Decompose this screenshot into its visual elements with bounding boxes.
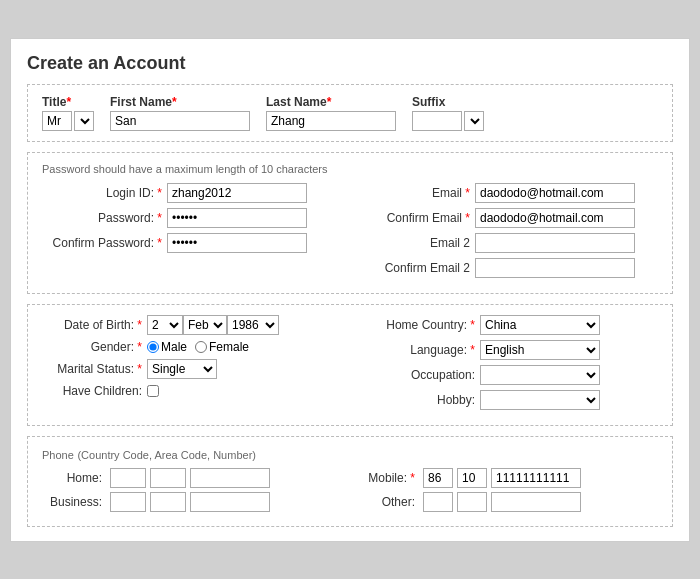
right-personal-col: Home Country: * China Language: * Englis… xyxy=(355,315,658,415)
mobile-number-input[interactable] xyxy=(491,468,581,488)
firstname-label: First Name* xyxy=(110,95,250,109)
firstname-field-group: First Name* xyxy=(110,95,250,131)
phone-title: Phone (Country Code, Area Code, Number) xyxy=(42,447,658,462)
children-label: Have Children: xyxy=(42,384,142,398)
children-row: Have Children: xyxy=(42,384,345,398)
home-phone-row: Home: xyxy=(42,468,340,488)
dob-month-select[interactable]: Feb xyxy=(183,315,227,335)
hobby-select[interactable] xyxy=(480,390,600,410)
personal-section: Date of Birth: * 2 Feb 1986 Gender: * Ma… xyxy=(27,304,673,426)
password-row: Password: * xyxy=(42,208,340,228)
confirm-email-label: Confirm Email * xyxy=(360,211,470,225)
other-cc-input[interactable] xyxy=(423,492,453,512)
title-field-group: Title* xyxy=(42,95,94,131)
suffix-select[interactable] xyxy=(464,111,484,131)
suffix-field-group: Suffix xyxy=(412,95,484,131)
home-country-label: Home Country: * xyxy=(355,318,475,332)
hobby-row: Hobby: xyxy=(355,390,658,410)
language-select[interactable]: English xyxy=(480,340,600,360)
home-number-input[interactable] xyxy=(190,468,270,488)
confirm-email2-input[interactable] xyxy=(475,258,635,278)
business-area-input[interactable] xyxy=(150,492,186,512)
occupation-row: Occupation: xyxy=(355,365,658,385)
home-country-select[interactable]: China xyxy=(480,315,600,335)
left-personal-col: Date of Birth: * 2 Feb 1986 Gender: * Ma… xyxy=(42,315,345,415)
confirm-email2-label: Confirm Email 2 xyxy=(360,261,470,275)
marital-label: Marital Status: * xyxy=(42,362,142,376)
occupation-select[interactable] xyxy=(480,365,600,385)
gender-male-radio[interactable] xyxy=(147,341,159,353)
other-area-input[interactable] xyxy=(457,492,487,512)
confirm-password-label: Confirm Password: * xyxy=(42,236,162,250)
lastname-label: Last Name* xyxy=(266,95,396,109)
password-note: Password should have a maximum length of… xyxy=(42,163,658,175)
phone-section: Phone (Country Code, Area Code, Number) … xyxy=(27,436,673,527)
confirm-password-row: Confirm Password: * xyxy=(42,233,340,253)
gender-label: Gender: * xyxy=(42,340,142,354)
mobile-phone-label: Mobile: * xyxy=(360,471,415,485)
password-label: Password: * xyxy=(42,211,162,225)
business-number-input[interactable] xyxy=(190,492,270,512)
suffix-label: Suffix xyxy=(412,95,484,109)
other-phone-row: Other: xyxy=(360,492,658,512)
email2-row: Email 2 xyxy=(360,233,658,253)
occupation-label: Occupation: xyxy=(355,368,475,382)
dob-row: Date of Birth: * 2 Feb 1986 xyxy=(42,315,345,335)
left-account-col: Login ID: * Password: * Confirm Password… xyxy=(42,183,340,283)
hobby-label: Hobby: xyxy=(355,393,475,407)
dob-label: Date of Birth: * xyxy=(42,318,142,332)
lastname-input[interactable] xyxy=(266,111,396,131)
other-phone-label: Other: xyxy=(360,495,415,509)
page-title: Create an Account xyxy=(27,53,673,74)
email2-input[interactable] xyxy=(475,233,635,253)
title-input[interactable] xyxy=(42,111,72,131)
business-phone-label: Business: xyxy=(42,495,102,509)
gender-male-label: Male xyxy=(161,340,187,354)
home-phone-label: Home: xyxy=(42,471,102,485)
login-id-row: Login ID: * xyxy=(42,183,340,203)
gender-row: Gender: * Male Female xyxy=(42,340,345,354)
gender-female-label: Female xyxy=(209,340,249,354)
dob-year-select[interactable]: 1986 xyxy=(227,315,279,335)
marital-select[interactable]: Single xyxy=(147,359,217,379)
phone-subtitle: (Country Code, Area Code, Number) xyxy=(77,449,256,461)
email-label: Email * xyxy=(360,186,470,200)
phone-right-col: Mobile: * Other: xyxy=(360,468,658,516)
email2-label: Email 2 xyxy=(360,236,470,250)
email-row: Email * xyxy=(360,183,658,203)
home-area-input[interactable] xyxy=(150,468,186,488)
mobile-phone-row: Mobile: * xyxy=(360,468,658,488)
title-label: Title* xyxy=(42,95,94,109)
lastname-field-group: Last Name* xyxy=(266,95,396,131)
language-label: Language: * xyxy=(355,343,475,357)
firstname-input[interactable] xyxy=(110,111,250,131)
dob-day-select[interactable]: 2 xyxy=(147,315,183,335)
mobile-cc-input[interactable] xyxy=(423,468,453,488)
mobile-area-input[interactable] xyxy=(457,468,487,488)
login-id-input[interactable] xyxy=(167,183,307,203)
email-input[interactable] xyxy=(475,183,635,203)
account-section: Password should have a maximum length of… xyxy=(27,152,673,294)
language-row: Language: * English xyxy=(355,340,658,360)
confirm-email-row: Confirm Email * xyxy=(360,208,658,228)
phone-left-col: Home: Business: xyxy=(42,468,340,516)
password-input[interactable] xyxy=(167,208,307,228)
confirm-password-input[interactable] xyxy=(167,233,307,253)
login-id-label: Login ID: * xyxy=(42,186,162,200)
confirm-email-input[interactable] xyxy=(475,208,635,228)
business-phone-row: Business: xyxy=(42,492,340,512)
children-checkbox[interactable] xyxy=(147,385,159,397)
confirm-email2-row: Confirm Email 2 xyxy=(360,258,658,278)
name-section: Title* First Name* Last Name* Suffix xyxy=(27,84,673,142)
right-account-col: Email * Confirm Email * Email 2 Confirm … xyxy=(360,183,658,283)
home-country-row: Home Country: * China xyxy=(355,315,658,335)
suffix-input[interactable] xyxy=(412,111,462,131)
other-number-input[interactable] xyxy=(491,492,581,512)
marital-row: Marital Status: * Single xyxy=(42,359,345,379)
title-select[interactable] xyxy=(74,111,94,131)
home-cc-input[interactable] xyxy=(110,468,146,488)
business-cc-input[interactable] xyxy=(110,492,146,512)
gender-female-radio[interactable] xyxy=(195,341,207,353)
